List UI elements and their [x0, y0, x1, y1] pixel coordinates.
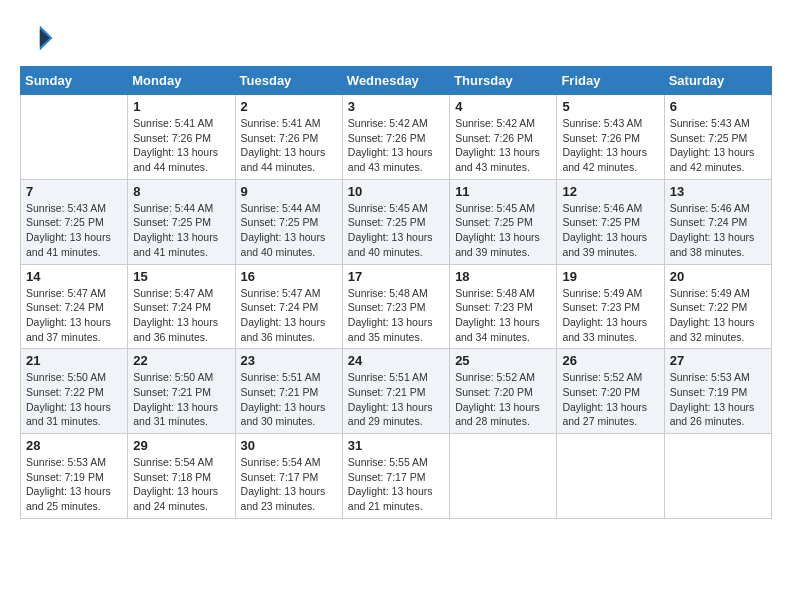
calendar-cell: 16Sunrise: 5:47 AM Sunset: 7:24 PM Dayli…	[235, 264, 342, 349]
day-info: Sunrise: 5:44 AM Sunset: 7:25 PM Dayligh…	[241, 201, 337, 260]
day-number: 18	[455, 269, 551, 284]
day-number: 29	[133, 438, 229, 453]
calendar-cell: 3Sunrise: 5:42 AM Sunset: 7:26 PM Daylig…	[342, 95, 449, 180]
day-number: 30	[241, 438, 337, 453]
calendar-cell: 2Sunrise: 5:41 AM Sunset: 7:26 PM Daylig…	[235, 95, 342, 180]
day-info: Sunrise: 5:54 AM Sunset: 7:17 PM Dayligh…	[241, 455, 337, 514]
day-info: Sunrise: 5:41 AM Sunset: 7:26 PM Dayligh…	[241, 116, 337, 175]
day-info: Sunrise: 5:52 AM Sunset: 7:20 PM Dayligh…	[562, 370, 658, 429]
day-info: Sunrise: 5:50 AM Sunset: 7:22 PM Dayligh…	[26, 370, 122, 429]
day-number: 16	[241, 269, 337, 284]
calendar-cell: 25Sunrise: 5:52 AM Sunset: 7:20 PM Dayli…	[450, 349, 557, 434]
calendar-cell: 6Sunrise: 5:43 AM Sunset: 7:25 PM Daylig…	[664, 95, 771, 180]
calendar-cell: 23Sunrise: 5:51 AM Sunset: 7:21 PM Dayli…	[235, 349, 342, 434]
day-info: Sunrise: 5:46 AM Sunset: 7:25 PM Dayligh…	[562, 201, 658, 260]
calendar-cell: 31Sunrise: 5:55 AM Sunset: 7:17 PM Dayli…	[342, 434, 449, 519]
calendar-week-4: 21Sunrise: 5:50 AM Sunset: 7:22 PM Dayli…	[21, 349, 772, 434]
day-number: 9	[241, 184, 337, 199]
day-info: Sunrise: 5:45 AM Sunset: 7:25 PM Dayligh…	[455, 201, 551, 260]
day-info: Sunrise: 5:47 AM Sunset: 7:24 PM Dayligh…	[133, 286, 229, 345]
calendar-cell: 8Sunrise: 5:44 AM Sunset: 7:25 PM Daylig…	[128, 179, 235, 264]
day-number: 11	[455, 184, 551, 199]
day-info: Sunrise: 5:54 AM Sunset: 7:18 PM Dayligh…	[133, 455, 229, 514]
calendar-cell: 30Sunrise: 5:54 AM Sunset: 7:17 PM Dayli…	[235, 434, 342, 519]
calendar-cell	[664, 434, 771, 519]
day-info: Sunrise: 5:47 AM Sunset: 7:24 PM Dayligh…	[26, 286, 122, 345]
day-number: 14	[26, 269, 122, 284]
logo	[20, 20, 60, 56]
column-header-saturday: Saturday	[664, 67, 771, 95]
column-header-thursday: Thursday	[450, 67, 557, 95]
day-info: Sunrise: 5:43 AM Sunset: 7:26 PM Dayligh…	[562, 116, 658, 175]
calendar-week-1: 1Sunrise: 5:41 AM Sunset: 7:26 PM Daylig…	[21, 95, 772, 180]
day-info: Sunrise: 5:55 AM Sunset: 7:17 PM Dayligh…	[348, 455, 444, 514]
day-number: 21	[26, 353, 122, 368]
calendar-cell: 11Sunrise: 5:45 AM Sunset: 7:25 PM Dayli…	[450, 179, 557, 264]
calendar-cell: 12Sunrise: 5:46 AM Sunset: 7:25 PM Dayli…	[557, 179, 664, 264]
calendar-cell: 21Sunrise: 5:50 AM Sunset: 7:22 PM Dayli…	[21, 349, 128, 434]
day-info: Sunrise: 5:52 AM Sunset: 7:20 PM Dayligh…	[455, 370, 551, 429]
calendar-cell: 18Sunrise: 5:48 AM Sunset: 7:23 PM Dayli…	[450, 264, 557, 349]
day-info: Sunrise: 5:41 AM Sunset: 7:26 PM Dayligh…	[133, 116, 229, 175]
calendar-cell: 24Sunrise: 5:51 AM Sunset: 7:21 PM Dayli…	[342, 349, 449, 434]
calendar-cell: 26Sunrise: 5:52 AM Sunset: 7:20 PM Dayli…	[557, 349, 664, 434]
calendar-cell: 20Sunrise: 5:49 AM Sunset: 7:22 PM Dayli…	[664, 264, 771, 349]
day-number: 8	[133, 184, 229, 199]
day-info: Sunrise: 5:42 AM Sunset: 7:26 PM Dayligh…	[455, 116, 551, 175]
day-number: 4	[455, 99, 551, 114]
column-header-sunday: Sunday	[21, 67, 128, 95]
page-header	[20, 20, 772, 56]
day-number: 25	[455, 353, 551, 368]
calendar-cell: 22Sunrise: 5:50 AM Sunset: 7:21 PM Dayli…	[128, 349, 235, 434]
calendar-body: 1Sunrise: 5:41 AM Sunset: 7:26 PM Daylig…	[21, 95, 772, 519]
calendar-cell: 10Sunrise: 5:45 AM Sunset: 7:25 PM Dayli…	[342, 179, 449, 264]
day-number: 23	[241, 353, 337, 368]
calendar-table: SundayMondayTuesdayWednesdayThursdayFrid…	[20, 66, 772, 519]
calendar-cell: 28Sunrise: 5:53 AM Sunset: 7:19 PM Dayli…	[21, 434, 128, 519]
day-number: 28	[26, 438, 122, 453]
day-number: 6	[670, 99, 766, 114]
logo-icon	[20, 20, 56, 56]
calendar-cell	[450, 434, 557, 519]
calendar-cell: 29Sunrise: 5:54 AM Sunset: 7:18 PM Dayli…	[128, 434, 235, 519]
day-number: 15	[133, 269, 229, 284]
day-number: 17	[348, 269, 444, 284]
calendar-cell: 14Sunrise: 5:47 AM Sunset: 7:24 PM Dayli…	[21, 264, 128, 349]
day-info: Sunrise: 5:50 AM Sunset: 7:21 PM Dayligh…	[133, 370, 229, 429]
day-info: Sunrise: 5:47 AM Sunset: 7:24 PM Dayligh…	[241, 286, 337, 345]
column-header-monday: Monday	[128, 67, 235, 95]
day-number: 5	[562, 99, 658, 114]
day-info: Sunrise: 5:46 AM Sunset: 7:24 PM Dayligh…	[670, 201, 766, 260]
calendar-cell: 5Sunrise: 5:43 AM Sunset: 7:26 PM Daylig…	[557, 95, 664, 180]
day-number: 27	[670, 353, 766, 368]
calendar-cell: 4Sunrise: 5:42 AM Sunset: 7:26 PM Daylig…	[450, 95, 557, 180]
day-info: Sunrise: 5:43 AM Sunset: 7:25 PM Dayligh…	[670, 116, 766, 175]
day-number: 10	[348, 184, 444, 199]
day-info: Sunrise: 5:49 AM Sunset: 7:23 PM Dayligh…	[562, 286, 658, 345]
day-info: Sunrise: 5:43 AM Sunset: 7:25 PM Dayligh…	[26, 201, 122, 260]
day-info: Sunrise: 5:48 AM Sunset: 7:23 PM Dayligh…	[455, 286, 551, 345]
column-header-friday: Friday	[557, 67, 664, 95]
calendar-cell: 15Sunrise: 5:47 AM Sunset: 7:24 PM Dayli…	[128, 264, 235, 349]
day-number: 7	[26, 184, 122, 199]
calendar-week-2: 7Sunrise: 5:43 AM Sunset: 7:25 PM Daylig…	[21, 179, 772, 264]
day-info: Sunrise: 5:45 AM Sunset: 7:25 PM Dayligh…	[348, 201, 444, 260]
column-header-tuesday: Tuesday	[235, 67, 342, 95]
day-number: 12	[562, 184, 658, 199]
calendar-week-5: 28Sunrise: 5:53 AM Sunset: 7:19 PM Dayli…	[21, 434, 772, 519]
calendar-header: SundayMondayTuesdayWednesdayThursdayFrid…	[21, 67, 772, 95]
day-info: Sunrise: 5:42 AM Sunset: 7:26 PM Dayligh…	[348, 116, 444, 175]
calendar-cell: 7Sunrise: 5:43 AM Sunset: 7:25 PM Daylig…	[21, 179, 128, 264]
calendar-cell: 27Sunrise: 5:53 AM Sunset: 7:19 PM Dayli…	[664, 349, 771, 434]
column-header-wednesday: Wednesday	[342, 67, 449, 95]
day-info: Sunrise: 5:49 AM Sunset: 7:22 PM Dayligh…	[670, 286, 766, 345]
day-number: 3	[348, 99, 444, 114]
day-info: Sunrise: 5:44 AM Sunset: 7:25 PM Dayligh…	[133, 201, 229, 260]
day-number: 1	[133, 99, 229, 114]
day-number: 20	[670, 269, 766, 284]
calendar-week-3: 14Sunrise: 5:47 AM Sunset: 7:24 PM Dayli…	[21, 264, 772, 349]
day-number: 26	[562, 353, 658, 368]
day-number: 22	[133, 353, 229, 368]
calendar-cell: 19Sunrise: 5:49 AM Sunset: 7:23 PM Dayli…	[557, 264, 664, 349]
day-number: 24	[348, 353, 444, 368]
